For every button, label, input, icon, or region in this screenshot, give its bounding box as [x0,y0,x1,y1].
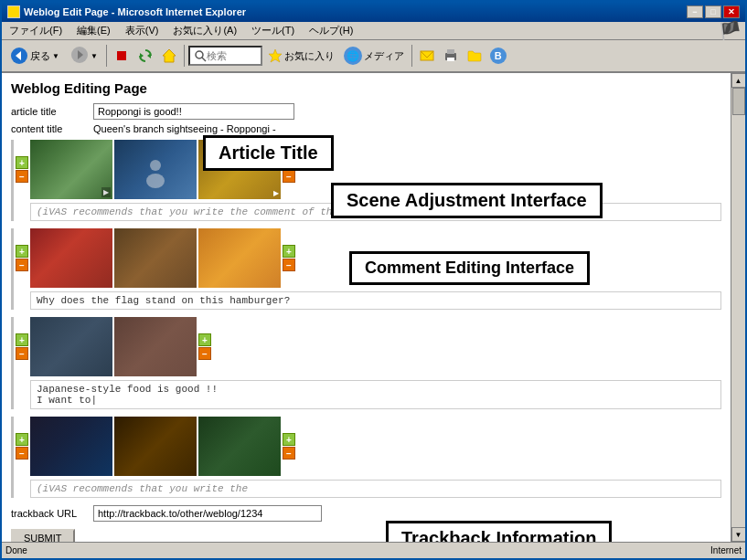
scene-2-right-controls: + − [283,245,295,271]
refresh-button[interactable] [134,45,156,67]
menu-tools[interactable]: ツール(T) [248,23,298,38]
favorites-button[interactable]: お気に入り [264,47,338,65]
menu-file[interactable]: ファイル(F) [5,23,66,38]
trackback-section: trackback URL SUBMIT [11,505,721,542]
scene-2-minus-right[interactable]: − [283,259,295,271]
menu-edit[interactable]: 編集(E) [73,23,114,38]
article-title-input[interactable] [93,103,294,120]
print-button[interactable] [440,45,462,67]
search-input[interactable] [207,50,257,61]
scene-3-image-2[interactable] [114,317,197,376]
scene-4-image-2[interactable] [114,417,197,476]
callout-comment-editing: Comment Editing Interface [349,251,590,285]
svg-line-9 [202,58,206,61]
scene-1-minus-right[interactable]: − [283,170,295,183]
minimize-button[interactable]: − [687,5,703,18]
trackback-row: trackback URL [11,505,721,522]
media-label: メディア [364,49,404,63]
scene-3-plus-right[interactable]: + [198,333,211,346]
article-title-label: article title [11,106,93,117]
svg-rect-14 [447,58,454,61]
media-button[interactable]: 🌐 メディア [340,45,408,67]
scene-4-comment[interactable]: (iVAS recommends that you write the [30,480,721,498]
scene-4-comment-hint: (iVAS recommends that you write the [37,483,248,494]
scene-3-plus-left[interactable]: + [16,333,28,346]
globe-icon: 🌐 [344,47,362,65]
scene-4-right-controls: + − [283,433,295,460]
scene-3-right-controls: + − [198,333,211,360]
svg-rect-4 [117,51,126,60]
scroll-down-button[interactable]: ▼ [731,527,746,542]
star-icon [268,48,283,63]
back-dropdown-icon[interactable]: ▼ [52,52,59,60]
menu-view[interactable]: 表示(V) [122,23,163,38]
scene-4-minus-right[interactable]: − [283,447,295,460]
callout-trackback: Trackback Information [386,521,612,542]
svg-marker-6 [140,53,144,58]
scene-2-image-1[interactable] [30,228,112,288]
svg-rect-13 [447,49,454,54]
scene-3-image-1[interactable] [30,317,112,376]
scroll-thumb[interactable] [732,88,745,115]
back-label: 戻る [30,49,50,63]
scene-3-minus-right[interactable]: − [198,347,211,360]
zone-text: Internet [710,545,742,555]
menu-bar: ファイル(F) 編集(E) 表示(V) お気に入り(A) ツール(T) ヘルプ(… [2,22,745,40]
menu-help[interactable]: ヘルプ(H) [305,23,357,38]
search-box[interactable] [188,46,262,66]
separator-2 [184,45,185,67]
scene-4-plus-left[interactable]: + [16,433,28,446]
maximize-button[interactable]: □ [705,5,721,18]
scene-4-minus-left[interactable]: − [16,447,28,460]
svg-point-15 [150,160,161,171]
favorites-label: お気に入り [284,49,335,63]
svg-marker-7 [163,49,176,62]
bluetooth-button[interactable]: B [487,45,509,67]
svg-marker-10 [269,49,282,62]
title-bar-controls: − □ ✕ [687,5,740,18]
scene-4-plus-right[interactable]: + [283,433,295,446]
stop-button[interactable] [111,45,133,67]
scroll-track [731,88,745,527]
scene-4-image-3[interactable] [198,417,281,476]
svg-marker-5 [147,53,151,58]
separator-3 [411,45,412,67]
scene-2-image-2[interactable] [114,228,197,288]
forward-arrow-icon [70,46,89,66]
scene-2-comment-text: Why does the flag stand on this hamburge… [37,295,290,306]
forward-button[interactable]: ▼ [66,43,102,69]
back-arrow-icon [10,47,28,65]
callout-article-title: Article Title [203,135,334,171]
folder-button[interactable] [464,45,486,67]
scene-3-minus-left[interactable]: − [16,347,28,360]
windows-flag-icon: 🏴 [719,20,742,42]
scene-2-minus-left[interactable]: − [16,259,28,271]
scene-1-minus-left[interactable]: − [16,170,28,183]
home-button[interactable] [158,45,180,67]
ie-icon [7,5,20,18]
scene-1-plus-left[interactable]: + [16,156,28,169]
scene-3-comment[interactable]: Japanese-style food is good !!I want to| [30,380,721,409]
scene-1-image-1[interactable]: ▶ [30,140,112,199]
scene-3-image-row: + − + − [16,317,721,376]
scene-2-image-3[interactable] [198,228,281,288]
title-bar-left: Weblog Edit Page - Microsoft Internet Ex… [7,5,246,18]
scene-block-3: + − + − Japanese-style food is good !!I … [11,317,721,409]
scene-4-image-1[interactable] [30,417,112,476]
scene-4-images [30,417,281,476]
trackback-url-input[interactable] [93,505,322,522]
close-button[interactable]: ✕ [723,5,740,18]
back-button[interactable]: 戻る ▼ [5,44,64,68]
scene-1-image-2[interactable] [114,140,197,199]
submit-button[interactable]: SUBMIT [11,529,75,542]
mail-button[interactable] [416,45,438,67]
scene-2-plus-left[interactable]: + [16,245,28,258]
separator-1 [106,45,107,67]
svg-point-16 [146,174,165,188]
scene-2-plus-right[interactable]: + [283,245,295,258]
svg-point-8 [196,51,203,58]
menu-favorites[interactable]: お気に入り(A) [169,23,240,38]
scroll-up-button[interactable]: ▲ [731,73,746,88]
forward-dropdown-icon[interactable]: ▼ [91,52,98,60]
scene-2-comment[interactable]: Why does the flag stand on this hamburge… [30,291,721,310]
